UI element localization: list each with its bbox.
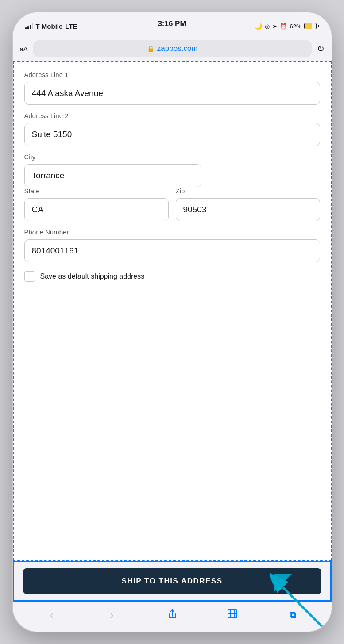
zip-label: Zip: [176, 187, 320, 195]
tabs-button[interactable]: ⧉: [283, 606, 302, 625]
url-text: zappos.com: [157, 44, 198, 53]
network-label: LTE: [65, 23, 77, 30]
status-left: T-Mobile LTE: [25, 23, 77, 30]
address-form: Address Line 1 Address Line 2 City State…: [13, 61, 332, 561]
zip-group: Zip: [176, 187, 320, 221]
state-input[interactable]: [24, 198, 169, 221]
arrow-icon: ➤: [272, 23, 277, 30]
main-body: Address Line 1 Address Line 2 City State…: [13, 61, 332, 602]
font-size-control[interactable]: aA: [20, 45, 28, 53]
forward-button[interactable]: ›: [102, 606, 122, 625]
tabs-icon: ⧉: [290, 610, 296, 620]
forward-icon: ›: [110, 608, 114, 622]
address-line1-input[interactable]: [24, 82, 320, 105]
back-button[interactable]: ‹: [42, 606, 62, 625]
refresh-button[interactable]: ↻: [317, 43, 325, 54]
battery-percent: 62%: [290, 23, 301, 30]
city-label: City: [24, 153, 320, 161]
browser-bar: aA 🔒 zappos.com ↻: [13, 36, 332, 61]
address-line1-label: Address Line 1: [24, 71, 320, 78]
time-display: 3:16 PM: [158, 19, 186, 28]
submit-area: SHIP TO THIS ADDRESS: [13, 561, 332, 602]
browser-toolbar: ‹ › ⧉: [13, 602, 332, 632]
share-icon: [167, 608, 177, 622]
status-bar: T-Mobile LTE 3:16 PM 🌙 ◎ ➤ ⏰ 62%: [13, 12, 332, 36]
moon-icon: 🌙: [255, 23, 262, 30]
default-address-row: Save as default shipping address: [24, 271, 320, 285]
carrier-label: T-Mobile: [36, 23, 63, 30]
back-icon: ‹: [50, 608, 54, 622]
bookmarks-icon: [227, 609, 238, 621]
state-label: State: [24, 187, 169, 195]
bookmarks-button[interactable]: [223, 606, 242, 625]
address-line2-label: Address Line 2: [24, 112, 320, 119]
status-right: 🌙 ◎ ➤ ⏰ 62%: [255, 23, 319, 30]
share-button[interactable]: [162, 606, 182, 625]
phone-label: Phone Number: [24, 228, 320, 236]
signal-icon: [25, 23, 33, 29]
city-input[interactable]: [24, 164, 202, 187]
phone-frame: T-Mobile LTE 3:16 PM 🌙 ◎ ➤ ⏰ 62% aA 🔒 za…: [13, 12, 332, 632]
zip-input[interactable]: [176, 198, 320, 221]
battery-icon: [304, 23, 319, 29]
ship-to-address-button[interactable]: SHIP TO THIS ADDRESS: [23, 568, 321, 594]
lock-icon: 🔒: [147, 45, 155, 52]
phone-input[interactable]: [24, 239, 320, 262]
address-line2-input[interactable]: [24, 123, 320, 146]
default-address-checkbox[interactable]: [24, 271, 35, 282]
alarm-icon: ⏰: [280, 23, 287, 30]
default-address-label: Save as default shipping address: [40, 272, 145, 280]
state-group: State: [24, 187, 169, 221]
url-bar[interactable]: 🔒 zappos.com: [33, 40, 312, 57]
location-icon: ◎: [265, 23, 270, 30]
